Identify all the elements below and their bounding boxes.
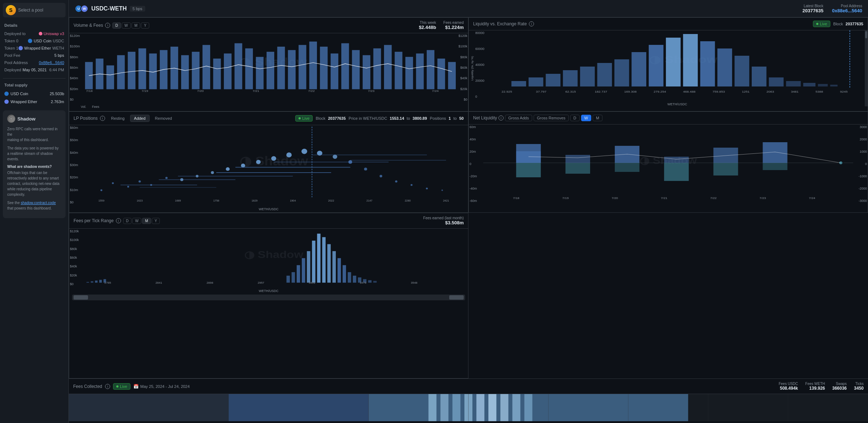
svg-point-101	[364, 168, 367, 170]
fpt-tf-w[interactable]: W	[132, 218, 141, 224]
nl-tf-w[interactable]: W	[581, 115, 591, 121]
pool-selector[interactable]: S Select a pool	[3, 3, 66, 17]
svg-rect-135	[615, 163, 639, 172]
liquidity-header-right: Live Block 20377635	[813, 21, 863, 27]
svg-rect-141	[763, 163, 787, 170]
lp-positions-count: Positions 1 to 50	[430, 116, 464, 120]
token1-value: Wrapped Ether WETH	[18, 46, 64, 50]
fpt-scroll-thumb-left[interactable]	[74, 295, 88, 300]
gross-adds-tab[interactable]: Gross Adds	[505, 115, 532, 121]
token1-row: Token 1 Wrapped Ether WETH	[3, 45, 66, 51]
svg-text:7/23: 7/23	[368, 89, 375, 93]
net-liquidity-info-icon[interactable]: i	[498, 115, 504, 120]
nl-tf-d[interactable]: D	[570, 115, 580, 121]
svg-point-84	[112, 182, 114, 184]
tf-btn-w[interactable]: W	[122, 22, 131, 29]
nl-y-axis-right: 3000 2000 1000 0 -1000 -2000 -3000	[859, 124, 867, 203]
fees-earned-value: $1.224m	[443, 25, 464, 30]
svg-text:3548: 3548	[411, 282, 417, 284]
svg-rect-58	[683, 34, 698, 86]
fpt-chart-scroll[interactable]	[72, 295, 465, 300]
shadow-contract-link[interactable]: shadow.contract.code	[21, 201, 56, 205]
svg-rect-157	[297, 265, 300, 283]
lp-price-info: Price in WETH/USDC 1553.14 to 3800.89	[349, 116, 427, 120]
svg-rect-29	[352, 50, 360, 89]
tf-btn-m[interactable]: M	[132, 22, 140, 29]
svg-text:7/24: 7/24	[432, 89, 439, 93]
fees-weth-stat: Fees WETH 139.926	[805, 382, 825, 391]
pool-address-value[interactable]: 0x88e6...5640	[39, 60, 64, 65]
svg-rect-185	[452, 394, 460, 421]
this-week-value: $2.448b	[419, 25, 436, 30]
lp-live-badge[interactable]: Live	[295, 115, 313, 122]
net-liquidity-title: Net Liquidity	[473, 115, 497, 120]
fees-per-tick-info-icon[interactable]: i	[116, 218, 121, 223]
svg-text:7/22: 7/22	[308, 89, 315, 93]
svg-text:2022: 2022	[328, 199, 334, 202]
gross-removes-tab[interactable]: Gross Removes	[534, 115, 569, 121]
tf-btn-d[interactable]: D	[112, 22, 121, 29]
svg-rect-163	[327, 244, 330, 283]
svg-rect-151	[91, 281, 93, 283]
svg-rect-183	[429, 394, 437, 421]
svg-text:2280: 2280	[405, 199, 410, 202]
svg-point-96	[286, 152, 292, 157]
this-week-label: This week	[419, 21, 436, 25]
liq-x-axis-label: WETH/USDC	[487, 101, 868, 106]
fpt-tf-y[interactable]: Y	[152, 218, 160, 224]
liquidity-title-group: Liquidity vs. Exchange Rate i	[473, 21, 534, 26]
svg-point-104	[410, 184, 412, 186]
usdc-supply-token: USD Coin	[4, 92, 28, 96]
liq-y-labels: 80000 60000 40000 20000 0	[475, 30, 484, 99]
lp-positions-info-icon[interactable]: i	[100, 116, 105, 121]
nl-tf-m[interactable]: M	[593, 115, 602, 121]
svg-rect-28	[341, 43, 349, 89]
volume-fees-chart-svg: ◑ Shadow	[81, 35, 465, 93]
liq-chart-inner: 80000 60000 40000 20000 0 ◑ Shadow	[475, 30, 868, 106]
lp-tab-added[interactable]: Added	[130, 115, 150, 122]
svg-rect-136	[664, 157, 689, 163]
liquidity-info-icon[interactable]: i	[529, 21, 534, 26]
fpt-chart-area: $120k $100k $80k $60k $40k $20k $0 ◑ Sha…	[69, 229, 468, 294]
pool-address-info: Pool Address 0x88e6...5640	[832, 4, 862, 13]
svg-rect-59	[700, 41, 715, 86]
svg-point-128	[839, 161, 843, 165]
svg-text:7/20: 7/20	[197, 89, 204, 93]
pool-address-topbar-value[interactable]: 0x88e6...5640	[832, 8, 862, 13]
svg-point-85	[127, 186, 129, 188]
svg-rect-49	[529, 77, 543, 86]
fees-collected-info-icon[interactable]: i	[105, 384, 110, 389]
liq-scroll-thumb[interactable]	[865, 31, 867, 38]
tf-btn-y[interactable]: Y	[141, 22, 149, 29]
ticks-label: Ticks	[854, 382, 864, 386]
svg-point-95	[271, 156, 276, 161]
svg-rect-172	[373, 281, 376, 283]
volume-fees-info-icon[interactable]: i	[105, 23, 110, 28]
volume-fees-panel: Volume & Fees i D W M Y This week $2.448…	[69, 17, 468, 111]
fc-live-badge[interactable]: Live	[113, 383, 130, 390]
fees-usdc-label: Fees USDC	[779, 382, 798, 386]
svg-point-0	[39, 32, 42, 35]
fees-collected-left: Fees Collected i Live 📅 May 25, 2024 - J…	[73, 383, 190, 390]
svg-rect-35	[416, 54, 423, 89]
lp-tab-removed[interactable]: Removed	[151, 115, 176, 122]
lp-chart-svg: ◑ Shadow	[82, 127, 465, 203]
svg-text:1559: 1559	[99, 199, 104, 202]
svg-point-88	[165, 177, 167, 179]
fpt-scroll-thumb-right[interactable]	[449, 295, 464, 300]
usdc-supply-amount: 25.503b	[50, 92, 64, 96]
lp-tab-resting[interactable]: Resting	[107, 115, 129, 122]
token1-label: Token 1	[4, 46, 18, 50]
svg-rect-61	[735, 56, 750, 86]
svg-text:◑ Shadow: ◑ Shadow	[244, 249, 304, 260]
svg-rect-167	[348, 272, 351, 283]
svg-rect-17	[224, 54, 231, 89]
liquidity-live-badge[interactable]: Live	[813, 21, 830, 27]
fpt-tf-m[interactable]: M	[142, 218, 151, 224]
svg-rect-14	[192, 52, 200, 89]
pool-address-topbar-label: Pool Address	[832, 4, 862, 8]
svg-text:7/19: 7/19	[142, 89, 149, 93]
svg-rect-60	[717, 48, 732, 86]
fpt-tf-d[interactable]: D	[123, 218, 132, 224]
pool-fee-value: 5 bps	[54, 53, 64, 58]
